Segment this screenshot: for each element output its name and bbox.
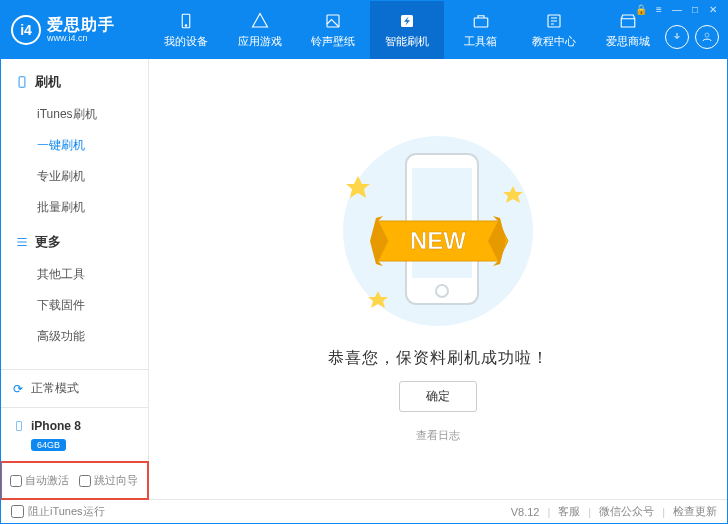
sidebar-item-itunes-flash[interactable]: iTunes刷机	[1, 99, 148, 130]
version-label: V8.12	[511, 506, 540, 518]
nav-label: 爱思商城	[606, 34, 650, 49]
mode-status[interactable]: ⟳ 正常模式	[1, 369, 148, 407]
book-icon	[545, 12, 563, 30]
sidebar-group-flash: 刷机	[1, 69, 148, 99]
maximize-icon[interactable]: □	[688, 4, 702, 15]
nav-ringtones[interactable]: 铃声壁纸	[296, 1, 370, 59]
flash-icon	[398, 12, 416, 30]
nav-toolbox[interactable]: 工具箱	[444, 1, 518, 59]
sidebar-item-batch-flash[interactable]: 批量刷机	[1, 192, 148, 223]
nav-apps[interactable]: 应用游戏	[223, 1, 297, 59]
skip-guide-checkbox[interactable]: 跳过向导	[79, 473, 138, 488]
block-itunes-checkbox[interactable]: 阻止iTunes运行	[11, 504, 105, 519]
phone-icon	[13, 418, 25, 434]
svg-rect-8	[17, 422, 22, 431]
sidebar-group-more: 更多	[1, 229, 148, 259]
minimize-icon[interactable]: —	[670, 4, 684, 15]
nav-store[interactable]: 爱思商城	[591, 1, 665, 59]
wallpaper-icon	[324, 12, 342, 30]
brand-badge-icon: i4	[11, 15, 41, 45]
flash-options-row: 自动激活 跳过向导	[0, 461, 149, 500]
nav-tutorials[interactable]: 教程中心	[518, 1, 592, 59]
footer-bar: 阻止iTunes运行 V8.12 | 客服 | 微信公众号 | 检查更新	[1, 499, 727, 523]
ribbon-text: NEW	[410, 227, 466, 254]
toolbox-icon	[472, 12, 490, 30]
sidebar-group-title: 刷机	[35, 73, 61, 91]
sidebar: 刷机 iTunes刷机 一键刷机 专业刷机 批量刷机 更多 其他工具 下载固件 …	[1, 59, 149, 499]
sidebar-item-advanced[interactable]: 高级功能	[1, 321, 148, 352]
device-panel[interactable]: iPhone 8 64GB	[1, 407, 148, 462]
sidebar-item-download-firmware[interactable]: 下载固件	[1, 290, 148, 321]
nav-label: 教程中心	[532, 34, 576, 49]
brand-title: 爱思助手	[47, 16, 115, 34]
capacity-badge: 64GB	[31, 439, 66, 451]
check-update-link[interactable]: 检查更新	[673, 504, 717, 519]
mode-label: 正常模式	[31, 380, 79, 397]
sidebar-item-pro-flash[interactable]: 专业刷机	[1, 161, 148, 192]
nav-my-device[interactable]: 我的设备	[149, 1, 223, 59]
view-log-link[interactable]: 查看日志	[416, 428, 460, 443]
header-bar: i4 爱思助手 www.i4.cn 我的设备 应用游戏 铃声壁纸 智能刷机 工具…	[1, 1, 727, 59]
device-name: iPhone 8	[31, 419, 81, 433]
nav-label: 我的设备	[164, 34, 208, 49]
close-icon[interactable]: ✕	[706, 4, 720, 15]
device-icon	[177, 12, 195, 30]
sidebar-item-other-tools[interactable]: 其他工具	[1, 259, 148, 290]
nav-label: 智能刷机	[385, 34, 429, 49]
sidebar-item-oneclick-flash[interactable]: 一键刷机	[1, 130, 148, 161]
phone-icon	[15, 75, 29, 89]
support-link[interactable]: 客服	[558, 504, 580, 519]
checkbox-label: 自动激活	[25, 473, 69, 488]
brand-block: i4 爱思助手 www.i4.cn	[1, 1, 149, 59]
nav-flash[interactable]: 智能刷机	[370, 1, 444, 59]
ok-button[interactable]: 确定	[399, 381, 477, 412]
download-manager-icon[interactable]	[665, 25, 689, 49]
top-nav: 我的设备 应用游戏 铃声壁纸 智能刷机 工具箱 教程中心 爱思商城	[149, 1, 665, 59]
svg-rect-4	[474, 18, 488, 27]
nav-label: 应用游戏	[238, 34, 282, 49]
success-illustration-icon: NEW	[328, 126, 548, 336]
refresh-icon: ⟳	[13, 382, 23, 396]
user-account-icon[interactable]	[695, 25, 719, 49]
list-icon	[15, 235, 29, 249]
svg-point-6	[705, 33, 709, 37]
svg-point-1	[185, 24, 187, 26]
sidebar-group-title: 更多	[35, 233, 61, 251]
content-area: NEW 恭喜您，保资料刷机成功啦！ 确定 查看日志	[149, 59, 727, 499]
nav-label: 工具箱	[464, 34, 497, 49]
brand-url: www.i4.cn	[47, 34, 115, 44]
checkbox-label: 阻止iTunes运行	[28, 504, 105, 519]
success-message: 恭喜您，保资料刷机成功啦！	[328, 348, 549, 369]
checkbox-label: 跳过向导	[94, 473, 138, 488]
apps-icon	[251, 12, 269, 30]
svg-rect-7	[19, 77, 25, 88]
auto-activate-checkbox[interactable]: 自动激活	[10, 473, 69, 488]
store-icon	[619, 12, 637, 30]
wechat-link[interactable]: 微信公众号	[599, 504, 654, 519]
nav-label: 铃声壁纸	[311, 34, 355, 49]
